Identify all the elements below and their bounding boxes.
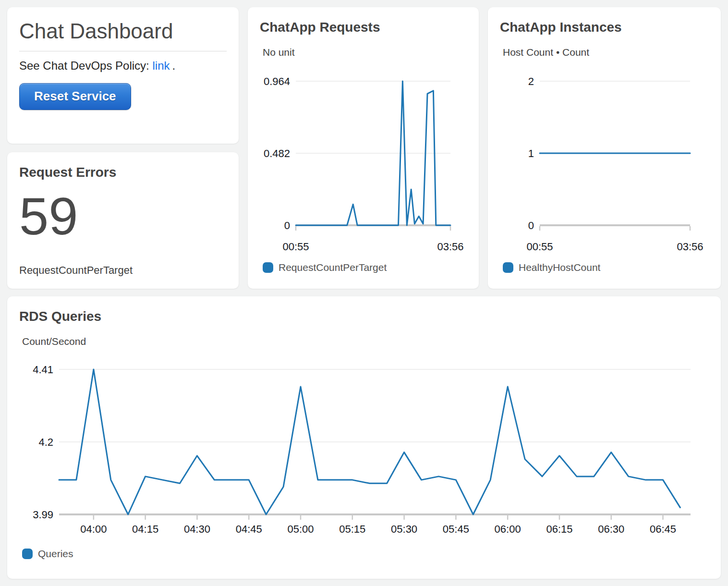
rds-queries-card: RDS Queries Count/Second 4.414.23.9904:0… bbox=[7, 296, 721, 579]
svg-text:1: 1 bbox=[528, 147, 534, 159]
svg-text:05:15: 05:15 bbox=[339, 523, 365, 535]
request-errors-card: Request Errors 59 RequestCountPerTarget bbox=[7, 152, 239, 289]
divider bbox=[19, 51, 227, 51]
svg-text:4.41: 4.41 bbox=[33, 364, 53, 376]
svg-text:0.964: 0.964 bbox=[264, 75, 290, 87]
chatapp-instances-card: ChatApp Instances Host Count • Count 210… bbox=[488, 7, 721, 289]
svg-text:05:30: 05:30 bbox=[391, 523, 417, 535]
chatapp-instances-title: ChatApp Instances bbox=[500, 19, 709, 35]
svg-text:00:55: 00:55 bbox=[526, 241, 553, 253]
policy-text: See Chat DevOps Policy: link. bbox=[19, 59, 227, 73]
legend-label: RequestCountPerTarget bbox=[279, 262, 387, 273]
page-title: Chat Dashboard bbox=[19, 19, 227, 44]
svg-text:0: 0 bbox=[528, 220, 534, 232]
rds-queries-title: RDS Queries bbox=[19, 308, 709, 324]
svg-text:04:15: 04:15 bbox=[132, 523, 158, 535]
legend-swatch-icon bbox=[22, 549, 33, 559]
legend-label: Queries bbox=[38, 548, 73, 560]
legend-swatch-icon bbox=[503, 262, 513, 273]
svg-text:2: 2 bbox=[528, 75, 534, 87]
svg-text:04:45: 04:45 bbox=[236, 523, 262, 535]
svg-text:0.482: 0.482 bbox=[264, 147, 290, 159]
legend-swatch-icon bbox=[263, 262, 273, 273]
chatapp-instances-chart[interactable]: 21000:5503:56 bbox=[500, 71, 710, 258]
chatapp-requests-chart[interactable]: 0.9640.482000:5503:56 bbox=[260, 71, 468, 258]
chatapp-requests-title: ChatApp Requests bbox=[260, 19, 467, 35]
policy-prefix: See Chat DevOps Policy: bbox=[19, 59, 149, 72]
svg-text:0: 0 bbox=[284, 220, 290, 232]
chatapp-requests-card: ChatApp Requests No unit 0.9640.482000:5… bbox=[248, 7, 479, 289]
svg-text:3.99: 3.99 bbox=[33, 509, 53, 521]
chatapp-instances-unit: Host Count • Count bbox=[503, 47, 709, 58]
svg-text:06:30: 06:30 bbox=[598, 523, 624, 535]
chatapp-requests-legend[interactable]: RequestCountPerTarget bbox=[263, 262, 467, 273]
rds-queries-unit: Count/Second bbox=[22, 336, 709, 347]
chatapp-requests-unit: No unit bbox=[263, 47, 467, 58]
legend-label: HealthyHostCount bbox=[519, 262, 600, 273]
chatapp-instances-legend[interactable]: HealthyHostCount bbox=[503, 262, 709, 273]
policy-suffix: . bbox=[172, 59, 175, 72]
svg-text:03:56: 03:56 bbox=[437, 241, 463, 253]
request-errors-title: Request Errors bbox=[19, 164, 227, 180]
chat-dashboard-card: Chat Dashboard See Chat DevOps Policy: l… bbox=[7, 7, 239, 144]
svg-text:04:30: 04:30 bbox=[184, 523, 210, 535]
left-column: Chat Dashboard See Chat DevOps Policy: l… bbox=[7, 7, 239, 289]
svg-text:06:45: 06:45 bbox=[650, 523, 676, 535]
svg-text:06:15: 06:15 bbox=[546, 523, 572, 535]
svg-text:04:00: 04:00 bbox=[80, 523, 107, 535]
svg-text:05:45: 05:45 bbox=[443, 523, 469, 535]
svg-text:06:00: 06:00 bbox=[495, 523, 521, 535]
rds-queries-legend[interactable]: Queries bbox=[22, 548, 709, 560]
request-errors-value: 59 bbox=[19, 190, 227, 243]
request-errors-metric: RequestCountPerTarget bbox=[19, 264, 227, 277]
top-row: Chat Dashboard See Chat DevOps Policy: l… bbox=[7, 7, 721, 289]
svg-text:4.2: 4.2 bbox=[38, 436, 53, 448]
svg-text:00:55: 00:55 bbox=[282, 241, 309, 253]
svg-text:03:56: 03:56 bbox=[677, 241, 703, 253]
svg-text:05:00: 05:00 bbox=[287, 523, 314, 535]
policy-link[interactable]: link bbox=[152, 59, 170, 72]
reset-service-button[interactable]: Reset Service bbox=[19, 83, 131, 110]
rds-queries-chart[interactable]: 4.414.23.9904:0004:1504:3004:4505:0005:1… bbox=[19, 358, 710, 540]
